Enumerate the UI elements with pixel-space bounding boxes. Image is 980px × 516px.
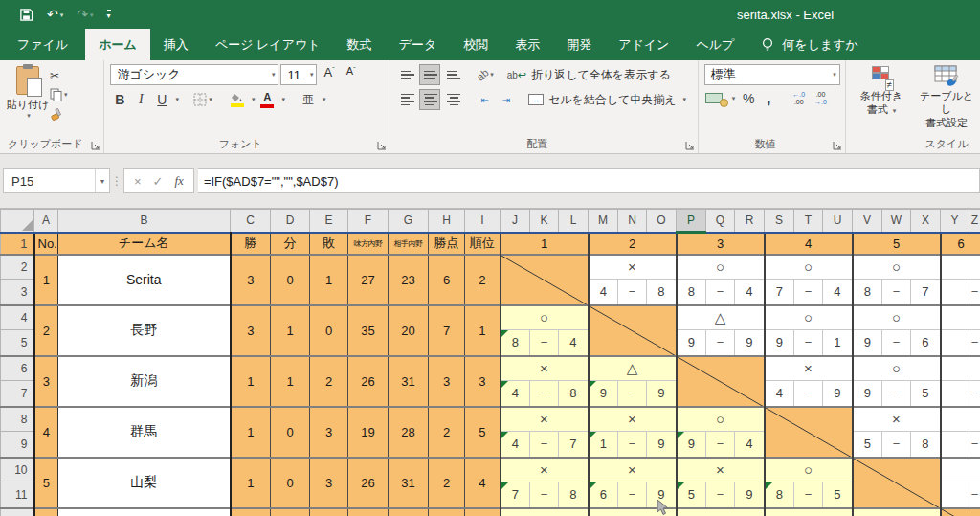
stat-cell[interactable] [231, 508, 271, 516]
match-symbol-cell[interactable]: ○ [853, 356, 941, 381]
team-no-cell[interactable]: 5 [34, 458, 58, 508]
stat-cell[interactable]: 2 [465, 255, 501, 305]
match-symbol-cell[interactable]: × [501, 356, 589, 381]
stat-cell[interactable]: 1 [231, 407, 271, 458]
team-name-cell[interactable]: Serita [58, 255, 231, 305]
row-header[interactable]: 7 [1, 381, 34, 407]
col-header[interactable]: W [882, 210, 911, 233]
stat-cell[interactable]: 1 [465, 305, 501, 356]
tell-me-box[interactable]: 何をしますか [751, 29, 868, 60]
score-cell[interactable]: 7 [559, 432, 589, 458]
increase-font-size-button[interactable]: Aˆ [319, 64, 339, 85]
col-header[interactable]: S [765, 210, 794, 233]
header-draw-cell[interactable]: 分 [271, 233, 310, 255]
score-cell[interactable] [941, 482, 969, 508]
match-symbol-cell[interactable] [853, 508, 941, 516]
underline-button[interactable]: U [152, 89, 171, 110]
format-painter-button[interactable] [50, 106, 68, 122]
tab-help[interactable]: ヘルプ [682, 29, 747, 60]
score-dash-cell[interactable]: − [530, 330, 559, 356]
align-middle-button[interactable] [419, 64, 440, 85]
paste-caret-icon[interactable]: ▾ [27, 112, 31, 120]
col-header[interactable]: M [589, 210, 618, 233]
score-cell[interactable]: 8 [559, 381, 589, 407]
borders-button[interactable]: ▾ [191, 89, 214, 110]
stat-cell[interactable]: 0 [271, 255, 310, 305]
team-name-cell[interactable]: 山梨 [58, 458, 231, 508]
score-cell[interactable]: 4 [589, 280, 618, 305]
score-dash-cell[interactable]: − [706, 482, 735, 508]
stat-cell[interactable]: 0 [310, 305, 348, 356]
align-bottom-button[interactable] [442, 64, 463, 85]
score-cell[interactable]: 9 [735, 482, 765, 508]
score-cell[interactable]: 8 [559, 482, 589, 508]
diagonal-cell[interactable] [941, 508, 980, 516]
row-header[interactable]: 6 [1, 356, 34, 381]
row-header[interactable]: 9 [1, 432, 34, 458]
col-header[interactable]: G [389, 210, 429, 233]
stat-cell[interactable]: 6 [429, 255, 465, 305]
header-points-cell[interactable]: 勝点 [429, 233, 465, 255]
col-header[interactable]: Q [706, 210, 735, 233]
stat-cell[interactable]: 28 [389, 407, 429, 458]
number-dialog-launcher[interactable] [833, 141, 842, 150]
col-header[interactable]: J [501, 210, 530, 233]
alignment-dialog-launcher[interactable] [685, 141, 695, 150]
stat-cell[interactable]: 1 [271, 305, 310, 356]
score-cell[interactable]: 1 [823, 330, 853, 356]
team-no-cell[interactable]: 2 [34, 305, 58, 356]
fill-color-caret-icon[interactable]: ▾ [252, 96, 256, 103]
accounting-format-button[interactable]: ▾ [704, 89, 737, 108]
col-header[interactable]: U [823, 210, 853, 233]
match-symbol-cell[interactable]: ○ [765, 458, 853, 482]
score-cell[interactable]: 6 [589, 482, 618, 508]
score-cell[interactable]: 7 [501, 482, 530, 508]
diagonal-cell[interactable] [765, 407, 853, 458]
tab-formulas[interactable]: 数式 [334, 29, 386, 60]
stat-cell[interactable]: 3 [310, 407, 348, 458]
row-header[interactable]: 5 [1, 330, 34, 356]
score-cell[interactable]: 4 [735, 280, 765, 305]
undo-caret-icon[interactable]: ▾ [60, 11, 64, 18]
comma-style-button[interactable]: , [761, 89, 776, 108]
row-header[interactable]: 3 [1, 280, 34, 305]
tab-home[interactable]: ホーム [85, 29, 150, 60]
row-header[interactable]: 10 [1, 458, 34, 482]
score-dash-cell[interactable]: − [706, 432, 735, 458]
score-dash-cell[interactable]: − [618, 482, 647, 508]
bold-button[interactable]: B [110, 89, 129, 110]
formula-input[interactable]: =IF($AD$7="","",$AD$7) [198, 168, 980, 193]
undo-button[interactable]: ↶ ▾ [47, 8, 63, 21]
stat-cell[interactable]: 27 [348, 255, 389, 305]
match-symbol-cell[interactable]: ○ [677, 255, 765, 280]
team-name-cell[interactable]: 長野 [58, 305, 231, 356]
score-cell[interactable]: 7 [765, 280, 794, 305]
cancel-button[interactable]: × [134, 174, 142, 189]
stat-cell[interactable]: 1 [231, 458, 271, 508]
name-box[interactable]: P15 ▾ [3, 168, 110, 193]
match-symbol-cell[interactable]: × [589, 255, 677, 280]
select-all-corner[interactable] [1, 210, 34, 233]
score-cell[interactable]: 9 [647, 432, 677, 458]
stat-cell[interactable] [271, 508, 310, 516]
score-cell[interactable]: 8 [853, 280, 882, 305]
fill-color-button[interactable] [227, 89, 248, 110]
match-symbol-cell[interactable]: × [501, 407, 589, 432]
customize-qat-button[interactable]: ▾ [107, 10, 111, 20]
match-symbol-cell[interactable]: △ [677, 305, 765, 330]
number-format-combo[interactable]: 標準 ▾ [704, 64, 840, 85]
format-as-table-button[interactable]: テーブルとし 書式設定 [917, 64, 976, 138]
diagonal-cell[interactable] [677, 356, 765, 407]
stat-cell[interactable] [348, 508, 389, 516]
increase-decimal-button[interactable]: ←.0.00 [789, 90, 809, 108]
header-team-cell[interactable]: チーム名 [58, 233, 231, 255]
row-header[interactable]: 11 [1, 482, 34, 508]
save-button[interactable] [19, 8, 33, 22]
clipboard-dialog-launcher[interactable] [91, 141, 100, 150]
stat-cell[interactable]: 31 [389, 356, 429, 407]
score-cell[interactable]: 4 [823, 280, 853, 305]
match-symbol-cell[interactable] [677, 508, 765, 516]
match-symbol-cell[interactable]: × [677, 458, 765, 482]
col-header[interactable]: C [231, 210, 271, 233]
stat-cell[interactable]: 4 [465, 458, 501, 508]
